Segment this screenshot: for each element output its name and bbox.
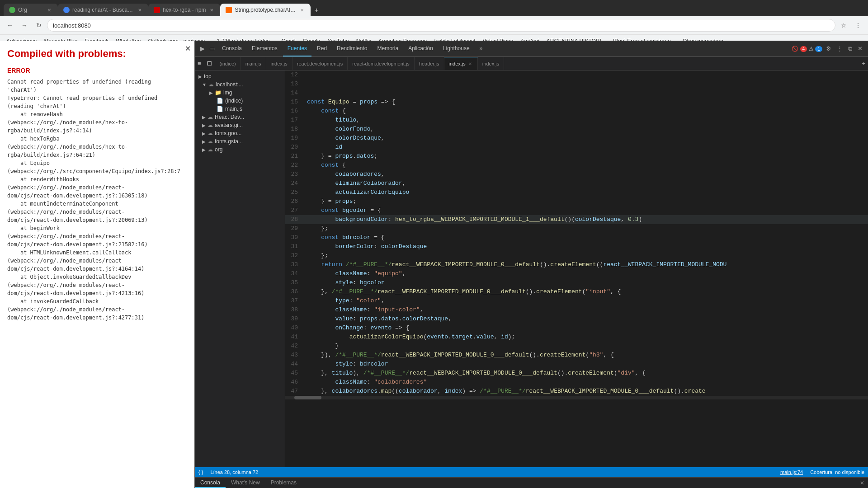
status-bar: { } Línea 28, columna 72 main.js:74 Cobe… <box>195 467 868 477</box>
devtools-tab-fuentes[interactable]: Fuentes <box>283 41 311 56</box>
devtools-tab-lighthouse[interactable]: Lighthouse <box>439 41 474 56</box>
tree-item-img[interactable]: ▶ 📁 img <box>195 89 285 97</box>
code-line-39: 39 value: props.datos.colorDestaque, <box>285 314 868 324</box>
main-area: ✕ Compiled with problems: ERROR Cannot r… <box>0 41 868 488</box>
tree-label-org: org <box>215 146 222 153</box>
devtools-undock-button[interactable]: ⧉ <box>846 43 854 54</box>
new-tab-button[interactable]: + <box>311 5 322 16</box>
horizontal-scrollbar[interactable] <box>285 396 868 399</box>
tree-label-localhost: localhost:... <box>216 81 243 88</box>
devtools-actions: 🚫 4 ⚠ 1 ⚙ ⋮ ⧉ ✕ <box>792 43 864 54</box>
devtools-inspect-button[interactable]: ▶ <box>198 43 207 54</box>
browser-tab-org[interactable]: Org ✕ <box>4 4 58 16</box>
devtools-tab-aplicacion[interactable]: Aplicación <box>404 41 438 56</box>
tree-arrow-react-dev: ▶ <box>202 115 206 120</box>
devtools-tab-elementos[interactable]: Elementos <box>247 41 282 56</box>
tree-item-fonts-goo[interactable]: ▶ ☁ fonts.goo... <box>195 129 285 137</box>
devtools-close-button[interactable]: ✕ <box>856 43 864 54</box>
error-text: Cannot read properties of undefined (rea… <box>7 78 187 322</box>
cloud-icon-org: ☁ <box>208 146 213 153</box>
code-line-33: 33 return /*#__PURE__*/react__WEBPACK_IM… <box>285 260 868 269</box>
tree-arrow-fonts-gsta: ▶ <box>202 139 206 144</box>
file-tab-index3[interactable]: index.js <box>478 57 504 70</box>
tree-item-avatars[interactable]: ▶ ☁ avatars.gi... <box>195 121 285 129</box>
tree-item-fonts-gsta[interactable]: ▶ ☁ fonts.gsta... <box>195 137 285 145</box>
close-tab-npm[interactable]: ✕ <box>208 7 215 13</box>
code-line-26: 26 } = props; <box>285 197 868 206</box>
devtools-device-button[interactable]: ▭ <box>208 43 217 54</box>
file-tab-main[interactable]: main.js <box>241 57 266 70</box>
devtools-vertical-dots[interactable]: ⋮ <box>835 43 844 54</box>
code-editor[interactable]: 12 13 14 15const Equipo = props => { 16 … <box>285 70 868 467</box>
status-right: main.js:74 Cobertura: no disponible <box>780 469 864 475</box>
file-tab-scroller: (indice) main.js index.js react.developm… <box>215 57 859 70</box>
close-tab-org[interactable]: ✕ <box>46 7 52 13</box>
file-tab-react-dom[interactable]: react-dom.development.js <box>348 57 415 70</box>
tree-item-main[interactable]: 📄 main.js <box>195 105 285 113</box>
browser-tab-google[interactable]: reading charAt - Buscar con Google ✕ <box>58 4 148 16</box>
file-tab-react-dev[interactable]: react.development.js <box>292 57 348 70</box>
devtools-tab-red[interactable]: Red <box>312 41 331 56</box>
cloud-icon-react: ☁ <box>208 114 213 120</box>
file-tab-header[interactable]: header.js <box>415 57 444 70</box>
back-button[interactable]: ← <box>4 19 16 32</box>
close-tab-mdn[interactable]: ✕ <box>299 7 305 13</box>
bottom-tab-whatsnew[interactable]: What's New <box>226 478 265 488</box>
main-js-link[interactable]: main.js:74 <box>780 469 803 475</box>
close-tab-google[interactable]: ✕ <box>137 7 143 13</box>
tree-arrow-fonts-goo: ▶ <box>202 131 206 136</box>
tree-item-org[interactable]: ▶ ☁ org <box>195 145 285 154</box>
tree-arrow-avatars: ▶ <box>202 123 206 128</box>
file-tabs: ≡ ⧠ (indice) main.js index.js react.deve… <box>195 57 868 70</box>
file-tab-index[interactable]: index.js <box>266 57 292 70</box>
error-panel: ✕ Compiled with problems: ERROR Cannot r… <box>0 41 194 488</box>
code-line-28: 28 backgroundColor: hex_to_rgba__WEBPACK… <box>285 215 868 224</box>
code-line-22: 22 const { <box>285 161 868 170</box>
file-tab-add-button[interactable]: + <box>859 59 868 68</box>
code-area: ▶ top ▼ ☁ localhost:... ▶ 📁 img 📄 (indic… <box>195 70 868 467</box>
reload-button[interactable]: ↻ <box>33 19 45 32</box>
error-label: ERROR <box>7 67 187 74</box>
settings-button[interactable]: ⋮ <box>852 19 864 32</box>
code-line-13: 13 <box>285 80 868 89</box>
file-tab-expand-button[interactable]: ⧠ <box>204 59 215 68</box>
file-icon-indice: 📄 <box>217 98 223 104</box>
tree-item-react-dev[interactable]: ▶ ☁ React Dev... <box>195 113 285 121</box>
bottom-tab-problemas[interactable]: Problemas <box>265 478 302 488</box>
close-file-tab-index2[interactable]: ✕ <box>467 61 473 66</box>
devtools-bottom-close-button[interactable]: ✕ <box>856 480 868 486</box>
file-tab-indice[interactable]: (indice) <box>215 57 241 70</box>
file-tab-collapse-button[interactable]: ≡ <box>195 59 204 68</box>
tree-item-localhost[interactable]: ▼ ☁ localhost:... <box>195 80 285 89</box>
devtools-tab-rendimiento[interactable]: Rendimiento <box>332 41 372 56</box>
code-line-15: 15const Equipo = props => { <box>285 98 868 107</box>
devtools-tab-consola[interactable]: Consola <box>217 41 246 56</box>
tree-item-top[interactable]: ▶ top <box>195 72 285 80</box>
file-tab-index2[interactable]: index.js ✕ <box>444 57 478 70</box>
browser-tab-mdn[interactable]: String.prototype.charAt() - JavaScript |… <box>220 4 311 16</box>
cloud-icon-localhost: ☁ <box>208 81 214 88</box>
bottom-bar: Consola What's New Problemas ✕ <box>195 477 868 488</box>
address-bar[interactable] <box>47 19 835 32</box>
tree-label-img: img <box>223 89 232 96</box>
code-content: 12 13 14 15const Equipo = props => { 16 … <box>285 70 868 396</box>
devtools-tab-more[interactable]: » <box>475 41 487 56</box>
scrollbar-thumb[interactable] <box>294 396 321 399</box>
forward-button[interactable]: → <box>18 19 31 32</box>
tree-item-indice[interactable]: 📄 (indice) <box>195 97 285 105</box>
tree-arrow-img: ▶ <box>209 90 213 95</box>
error-title: Compiled with problems: <box>7 48 187 60</box>
code-line-14: 14 <box>285 89 868 98</box>
file-icon-main: 📄 <box>217 106 223 112</box>
error-panel-close-button[interactable]: ✕ <box>185 44 191 53</box>
code-line-32: 32 }; <box>285 251 868 260</box>
browser-tab-npm[interactable]: hex-to-rgba - npm ✕ <box>148 4 220 16</box>
devtools-tab-memoria[interactable]: Memoria <box>373 41 403 56</box>
bookmark-button[interactable]: ☆ <box>837 19 850 32</box>
code-line-34: 34 className: "equipo", <box>285 269 868 278</box>
code-line-30: 30 const bdrcolor = { <box>285 233 868 242</box>
devtools-settings-button[interactable]: ⚙ <box>824 43 833 54</box>
bottom-tab-consola[interactable]: Consola <box>195 478 226 488</box>
tree-label-fonts-gsta: fonts.gsta... <box>215 138 243 145</box>
curly-braces-icon: { } <box>198 469 203 475</box>
